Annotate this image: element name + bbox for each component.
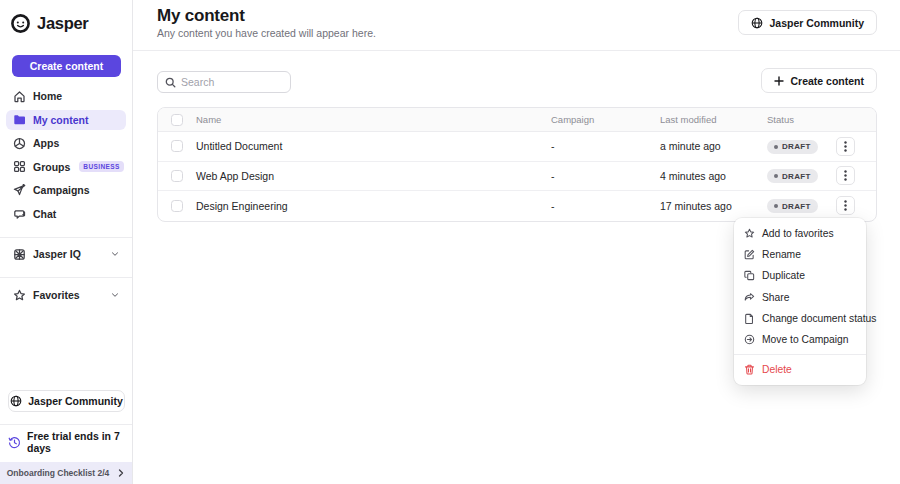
sidebar-divider xyxy=(0,237,132,238)
search-input[interactable] xyxy=(181,76,283,88)
row-actions-cell xyxy=(836,196,876,215)
document-status-icon xyxy=(744,313,755,324)
chevron-down-icon xyxy=(110,249,120,259)
page-subtitle: Any content you have created will appear… xyxy=(157,27,376,39)
row-checkbox[interactable] xyxy=(171,170,183,182)
sidebar-item-favorites[interactable]: Favorites xyxy=(6,285,126,305)
status-dot xyxy=(774,145,778,149)
row-status-cell: DRAFT xyxy=(767,139,836,154)
sidebar-item-my-content[interactable]: My content xyxy=(6,110,126,130)
row-menu-button[interactable] xyxy=(836,196,855,215)
apps-icon xyxy=(13,137,26,150)
sidebar-item-apps[interactable]: Apps xyxy=(6,133,126,153)
share-icon xyxy=(744,292,755,303)
sidebar-item-campaigns[interactable]: Campaigns xyxy=(6,180,126,200)
sidebar-item-home[interactable]: Home xyxy=(6,86,126,106)
campaigns-icon xyxy=(13,184,26,197)
row-name[interactable]: Design Engineering xyxy=(196,200,551,212)
kebab-icon xyxy=(844,141,847,152)
jasper-community-button-header[interactable]: Jasper Community xyxy=(738,10,877,35)
chevron-down-icon xyxy=(110,290,120,300)
create-content-button-main[interactable]: Create content xyxy=(761,68,877,93)
globe-icon xyxy=(10,395,22,407)
row-checkbox[interactable] xyxy=(171,200,183,212)
sidebar-section-label: Favorites xyxy=(33,289,80,301)
select-all-checkbox[interactable] xyxy=(171,114,183,126)
row-campaign: - xyxy=(551,140,660,152)
row-checkbox-cell xyxy=(158,140,196,152)
row-menu-button[interactable] xyxy=(836,137,855,156)
row-last-modified: 4 minutes ago xyxy=(660,170,767,182)
logo-text: Jasper xyxy=(37,14,88,33)
onboarding-checklist-bar[interactable]: Onboarding Checklist 2/4 xyxy=(0,462,132,484)
menu-item-label: Change document status xyxy=(762,313,876,324)
header-divider xyxy=(133,50,900,51)
row-actions-cell xyxy=(836,137,876,156)
clock-history-icon xyxy=(8,436,21,449)
status-badge: DRAFT xyxy=(767,140,818,154)
search-icon xyxy=(165,77,176,88)
menu-item-rename[interactable]: Rename xyxy=(734,244,866,265)
row-name[interactable]: Web App Design xyxy=(196,170,551,182)
row-context-menu: Add to favoritesRenameDuplicateShareChan… xyxy=(734,218,866,385)
sidebar-item-label: Apps xyxy=(33,137,59,149)
star-icon xyxy=(13,289,26,302)
sidebar: Jasper Create content HomeMy contentApps… xyxy=(0,0,133,484)
row-name[interactable]: Untitled Document xyxy=(196,140,551,152)
menu-item-change-document-status[interactable]: Change document status xyxy=(734,308,866,329)
sidebar-divider xyxy=(0,277,132,278)
row-menu-button[interactable] xyxy=(836,166,855,185)
menu-item-add-to-favorites[interactable]: Add to favorites xyxy=(734,223,866,244)
free-trial-label: Free trial ends in 7 days xyxy=(27,430,132,454)
menu-divider xyxy=(734,354,866,355)
plan-badge: BUSINESS xyxy=(79,161,123,172)
create-content-label: Create content xyxy=(790,75,864,87)
menu-item-label: Rename xyxy=(762,249,801,260)
row-actions-cell xyxy=(836,166,876,185)
row-last-modified: 17 minutes ago xyxy=(660,200,767,212)
kebab-icon xyxy=(844,170,847,181)
menu-item-label: Move to Campaign xyxy=(762,334,848,345)
row-status-cell: DRAFT xyxy=(767,198,836,213)
jasper-logo: Jasper xyxy=(10,13,88,34)
kebab-icon xyxy=(844,200,847,211)
onboarding-label: Onboarding Checklist 2/4 xyxy=(7,468,110,478)
status-dot xyxy=(774,174,778,178)
column-header-last-modified: Last modified xyxy=(660,114,767,125)
menu-item-label: Duplicate xyxy=(762,270,805,281)
sidebar-item-groups[interactable]: GroupsBUSINESS xyxy=(6,157,126,177)
jasper-iq-icon xyxy=(13,248,26,261)
sidebar-item-label: Campaigns xyxy=(33,184,90,196)
chat-icon xyxy=(13,207,26,220)
trash-icon xyxy=(744,364,755,375)
sidebar-item-chat[interactable]: Chat xyxy=(6,204,126,224)
sidebar-nav: HomeMy contentAppsGroupsBUSINESSCampaign… xyxy=(6,86,126,227)
jasper-community-label: Jasper Community xyxy=(769,17,864,29)
menu-item-delete[interactable]: Delete xyxy=(734,359,866,380)
menu-item-move-to-campaign[interactable]: Move to Campaign xyxy=(734,329,866,350)
status-label: DRAFT xyxy=(782,172,811,181)
sidebar-divider xyxy=(0,424,132,425)
header-checkbox-cell xyxy=(158,114,196,126)
home-icon xyxy=(13,90,26,103)
row-status-cell: DRAFT xyxy=(767,168,836,183)
groups-icon xyxy=(13,160,26,173)
sidebar-item-label: Groups xyxy=(33,161,70,173)
column-header-campaign: Campaign xyxy=(551,114,660,125)
row-checkbox[interactable] xyxy=(171,140,183,152)
rename-icon xyxy=(744,249,755,260)
menu-item-share[interactable]: Share xyxy=(734,287,866,308)
table-row: Design Engineering-17 minutes agoDRAFT xyxy=(158,191,876,221)
duplicate-icon xyxy=(744,270,755,281)
row-last-modified: a minute ago xyxy=(660,140,767,152)
globe-icon xyxy=(751,17,763,29)
table-row: Web App Design-4 minutes agoDRAFT xyxy=(158,162,876,192)
sidebar-item-jasper-iq[interactable]: Jasper IQ xyxy=(6,244,126,264)
table-header-row: NameCampaignLast modifiedStatus xyxy=(158,108,876,132)
page-title: My content xyxy=(157,6,245,26)
menu-item-duplicate[interactable]: Duplicate xyxy=(734,265,866,286)
jasper-community-button-sidebar[interactable]: Jasper Community xyxy=(8,390,125,412)
status-label: DRAFT xyxy=(782,202,811,211)
create-content-button-sidebar[interactable]: Create content xyxy=(12,55,121,77)
sidebar-item-label: My content xyxy=(33,114,88,126)
